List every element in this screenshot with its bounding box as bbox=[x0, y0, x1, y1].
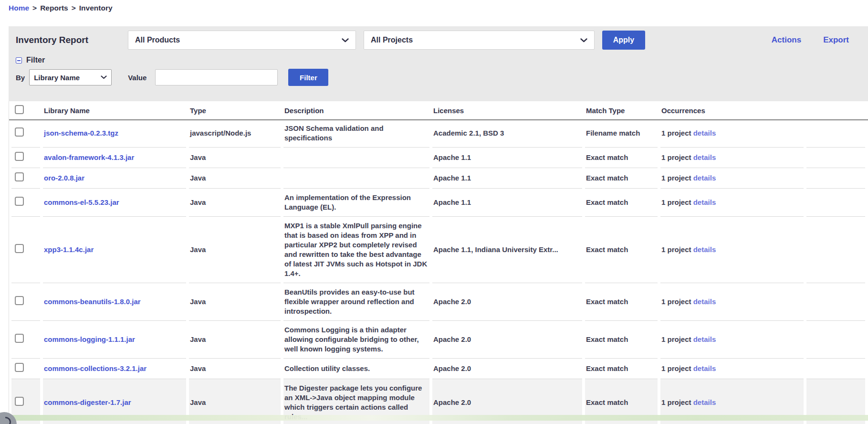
table-row: commons-beanutils-1.8.0.jar Java BeanUti… bbox=[11, 283, 865, 321]
library-name-link[interactable]: json-schema-0.2.3.tgz bbox=[44, 129, 118, 137]
licenses-cell: Apache 1.1 bbox=[433, 198, 471, 206]
library-name-link[interactable]: commons-collections-3.2.1.jar bbox=[44, 364, 146, 372]
column-header-description: Description bbox=[283, 101, 429, 119]
table-row: xpp3-1.1.4c.jar Java MXP1 is a stable Xm… bbox=[11, 217, 865, 283]
library-name-link[interactable]: commons-digester-1.7.jar bbox=[44, 398, 131, 406]
details-link[interactable]: details bbox=[693, 198, 716, 206]
match-type-cell: Exact match bbox=[586, 153, 628, 161]
type-cell: Java bbox=[190, 174, 206, 182]
details-link[interactable]: details bbox=[693, 153, 716, 161]
breadcrumb-separator: > bbox=[72, 4, 76, 12]
table-row: avalon-framework-4.1.3.jar Java Apache 1… bbox=[11, 148, 865, 168]
column-header-library-name: Library Name bbox=[43, 101, 186, 119]
filter-by-select[interactable]: Library Name bbox=[29, 69, 112, 85]
row-checkbox[interactable] bbox=[15, 397, 24, 406]
occurrences-cell: 1 project bbox=[661, 364, 691, 372]
licenses-cell: Apache 1.1, Indiana University Extr... bbox=[433, 245, 558, 254]
breadcrumb-inventory: Inventory bbox=[79, 4, 113, 12]
library-name-link[interactable]: xpp3-1.1.4c.jar bbox=[44, 245, 94, 254]
description-cell: MXP1 is a stable XmlPull parsing engine … bbox=[284, 222, 427, 277]
details-link[interactable]: details bbox=[693, 245, 716, 254]
breadcrumb-home-link[interactable]: Home bbox=[9, 4, 29, 12]
table-row: oro-2.0.8.jar Java Apache 1.1 Exact matc… bbox=[11, 168, 865, 189]
library-name-link[interactable]: oro-2.0.8.jar bbox=[44, 174, 84, 182]
library-name-link[interactable]: commons-logging-1.1.1.jar bbox=[44, 335, 135, 343]
breadcrumb: Home>Reports>Inventory bbox=[9, 4, 113, 12]
row-checkbox[interactable] bbox=[15, 197, 24, 206]
details-link[interactable]: details bbox=[693, 398, 716, 406]
description-cell: An implementation of the Expression Lang… bbox=[284, 193, 411, 211]
table-row: commons-collections-3.2.1.jar Java Colle… bbox=[11, 359, 865, 379]
filter-section-label: Filter bbox=[26, 56, 45, 64]
filter-by-label: By bbox=[16, 74, 25, 82]
match-type-cell: Exact match bbox=[586, 364, 628, 372]
licenses-cell: Apache 2.0 bbox=[433, 398, 471, 406]
row-checkbox[interactable] bbox=[15, 244, 24, 253]
licenses-cell: Apache 2.0 bbox=[433, 297, 471, 306]
select-all-checkbox[interactable] bbox=[15, 105, 24, 114]
report-toolbar-panel: Inventory Report All Products All Projec… bbox=[9, 26, 868, 101]
details-link[interactable]: details bbox=[693, 335, 716, 343]
table-row: json-schema-0.2.3.tgz javascript/Node.js… bbox=[11, 119, 865, 148]
breadcrumb-separator: > bbox=[32, 4, 37, 12]
apply-button[interactable]: Apply bbox=[602, 31, 645, 50]
licenses-cell: Apache 2.0 bbox=[433, 364, 471, 372]
description-cell: JSON Schema validation and specification… bbox=[284, 124, 384, 142]
row-checkbox[interactable] bbox=[15, 334, 24, 343]
type-cell: Java bbox=[190, 364, 206, 372]
table-row: commons-el-5.5.23.jar Java An implementa… bbox=[11, 189, 865, 217]
type-cell: Java bbox=[190, 198, 206, 206]
details-link[interactable]: details bbox=[693, 174, 716, 182]
occurrences-cell: 1 project bbox=[661, 174, 691, 182]
occurrences-cell: 1 project bbox=[661, 398, 691, 406]
details-link[interactable]: details bbox=[693, 364, 716, 372]
match-type-cell: Filename match bbox=[586, 129, 640, 137]
collapse-filter-icon[interactable] bbox=[16, 57, 22, 64]
description-cell: BeanUtils provides an easy-to-use but fl… bbox=[284, 288, 415, 315]
match-type-cell: Exact match bbox=[586, 398, 628, 406]
row-checkbox[interactable] bbox=[15, 363, 24, 372]
match-type-cell: Exact match bbox=[586, 245, 628, 254]
project-filter-select[interactable]: All Projects bbox=[364, 31, 595, 50]
table-header-divider bbox=[9, 119, 868, 120]
type-cell: Java bbox=[190, 398, 206, 406]
column-header-occurrences: Occurrences bbox=[660, 101, 804, 119]
row-checkbox[interactable] bbox=[15, 127, 24, 137]
column-header-type: Type bbox=[189, 101, 281, 119]
library-name-link[interactable]: avalon-framework-4.1.3.jar bbox=[44, 153, 134, 161]
table-header-row: Library Name Type Description Licenses M… bbox=[11, 101, 865, 119]
description-cell: Commons Logging is a thin adapter allowi… bbox=[284, 326, 419, 353]
chevron-down-icon bbox=[342, 38, 349, 42]
description-cell: Collection utility classes. bbox=[284, 364, 370, 372]
inventory-table: Library Name Type Description Licenses M… bbox=[9, 101, 868, 424]
filter-value-label: Value bbox=[128, 74, 146, 82]
licenses-cell: Apache 1.1 bbox=[433, 153, 471, 161]
row-checkbox[interactable] bbox=[15, 296, 24, 305]
occurrences-cell: 1 project bbox=[661, 153, 691, 161]
library-name-link[interactable]: commons-beanutils-1.8.0.jar bbox=[44, 297, 141, 306]
match-type-cell: Exact match bbox=[586, 297, 628, 306]
type-cell: Java bbox=[190, 297, 206, 306]
filter-value-input[interactable] bbox=[155, 69, 278, 85]
library-name-link[interactable]: commons-el-5.5.23.jar bbox=[44, 198, 119, 206]
row-checkbox[interactable] bbox=[15, 172, 24, 181]
product-filter-select[interactable]: All Products bbox=[128, 31, 356, 50]
type-cell: Java bbox=[190, 153, 206, 161]
occurrences-cell: 1 project bbox=[661, 198, 691, 206]
column-header-match-type: Match Type bbox=[585, 101, 658, 119]
actions-link[interactable]: Actions bbox=[772, 35, 801, 45]
occurrences-cell: 1 project bbox=[661, 245, 691, 254]
details-link[interactable]: details bbox=[693, 129, 716, 137]
match-type-cell: Exact match bbox=[586, 335, 628, 343]
page-title: Inventory Report bbox=[16, 35, 128, 45]
type-cell: javascript/Node.js bbox=[190, 129, 251, 137]
details-link[interactable]: details bbox=[693, 297, 716, 306]
licenses-cell: Apache 1.1 bbox=[433, 174, 471, 182]
bottom-overlay-bar bbox=[12, 415, 868, 421]
match-type-cell: Exact match bbox=[586, 174, 628, 182]
breadcrumb-reports: Reports bbox=[40, 4, 68, 12]
export-link[interactable]: Export bbox=[823, 35, 849, 45]
product-filter-value: All Products bbox=[135, 36, 180, 44]
filter-button[interactable]: Filter bbox=[288, 69, 328, 86]
row-checkbox[interactable] bbox=[15, 152, 24, 161]
